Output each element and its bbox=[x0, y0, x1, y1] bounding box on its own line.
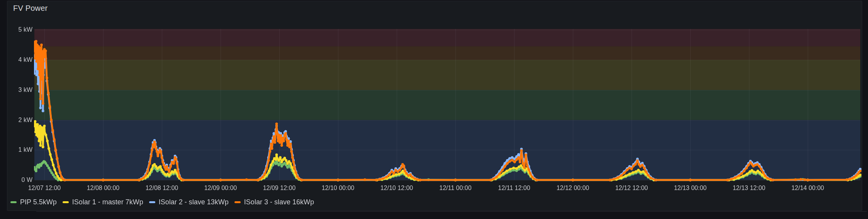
legend-series-label: ISolar 2 - slave 13kWp bbox=[159, 198, 229, 206]
legend-item-isolar-1-master-7kwp[interactable]: ISolar 1 - master 7kWp bbox=[63, 198, 143, 206]
legend-series-swatch bbox=[63, 201, 69, 203]
legend-series-swatch bbox=[234, 201, 241, 203]
legend-item-isolar-3-slave-16kwp[interactable]: ISolar 3 - slave 16kWp bbox=[234, 198, 314, 206]
legend-series-label: ISolar 1 - master 7kWp bbox=[72, 198, 143, 206]
chart-canvas[interactable] bbox=[0, 0, 868, 219]
time-series-chart: 0 W1 kW2 kW3 kW4 kW5 kW 12/07 12:0012/08… bbox=[0, 0, 868, 219]
legend: PIP 5.5kWpISolar 1 - master 7kWpISolar 2… bbox=[10, 198, 314, 206]
legend-series-label: ISolar 3 - slave 16kWp bbox=[244, 198, 314, 206]
legend-item-isolar-2-slave-13kwp[interactable]: ISolar 2 - slave 13kWp bbox=[149, 198, 229, 206]
legend-series-label: PIP 5.5kWp bbox=[20, 198, 57, 206]
legend-series-swatch bbox=[149, 201, 155, 203]
legend-series-swatch bbox=[10, 201, 17, 203]
legend-item-pip-5-5kwp[interactable]: PIP 5.5kWp bbox=[10, 198, 57, 206]
